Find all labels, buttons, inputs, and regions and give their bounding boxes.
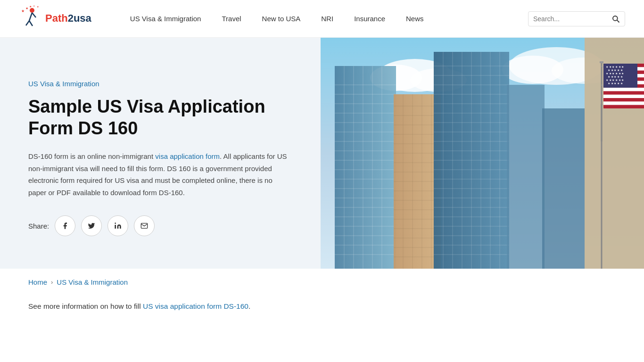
content-period: . [248, 302, 250, 310]
search-button[interactable] [611, 15, 620, 23]
svg-text:★ ★ ★ ★ ★ ★: ★ ★ ★ ★ ★ ★ [606, 66, 624, 68]
email-icon [140, 222, 148, 230]
hero-category: US Visa & Immigration [28, 80, 292, 88]
svg-line-1 [29, 13, 32, 21]
hero-content: US Visa & Immigration Sample US Visa App… [0, 38, 321, 269]
svg-rect-98 [600, 61, 603, 63]
facebook-icon [61, 222, 69, 230]
logo-svg: ★ ★ ★ ★ ★ [19, 6, 42, 32]
svg-text:★ ★ ★ ★ ★ ★: ★ ★ ★ ★ ★ ★ [606, 72, 624, 75]
nav-nri[interactable]: NRI [311, 15, 344, 23]
hero-image: ★ ★ ★ ★ ★ ★ ★ ★ ★ ★ ★ ★ ★ ★ ★ ★ ★ ★ ★ ★ … [321, 38, 644, 269]
svg-rect-118 [542, 108, 585, 269]
nav-new-to-usa[interactable]: New to USA [252, 15, 311, 23]
svg-point-10 [613, 16, 618, 21]
logo-text: Path2usa [45, 13, 91, 24]
svg-text:★ ★ ★ ★ ★: ★ ★ ★ ★ ★ [608, 69, 623, 72]
search-icon [611, 15, 620, 23]
twitter-icon [88, 222, 95, 230]
breadcrumb-home-link[interactable]: Home [28, 278, 47, 286]
linkedin-share-button[interactable] [107, 215, 128, 236]
content-section: See more information on how to fill US v… [0, 296, 644, 331]
svg-point-13 [115, 222, 116, 224]
visa-application-form-link[interactable]: visa application form [155, 152, 220, 160]
svg-rect-107 [603, 95, 644, 98]
svg-text:★: ★ [25, 7, 28, 10]
svg-rect-108 [603, 101, 644, 105]
hero-image-svg: ★ ★ ★ ★ ★ ★ ★ ★ ★ ★ ★ ★ ★ ★ ★ ★ ★ ★ ★ ★ … [321, 38, 644, 269]
linkedin-icon [114, 222, 122, 230]
site-header: ★ ★ ★ ★ ★ Path2usa US Visa & Immigration… [0, 0, 644, 38]
site-logo[interactable]: ★ ★ ★ ★ ★ Path2usa [19, 6, 91, 32]
nav-insurance[interactable]: Insurance [344, 15, 396, 23]
search-input[interactable] [533, 15, 609, 23]
content-text: See more information on how to fill US v… [28, 300, 616, 313]
email-share-button[interactable] [134, 215, 155, 236]
svg-rect-106 [603, 88, 644, 91]
svg-line-4 [32, 13, 36, 17]
main-nav: US Visa & Immigration Travel New to USA … [120, 15, 528, 23]
breadcrumb-current-link[interactable]: US Visa & Immigration [57, 278, 128, 286]
search-area [528, 11, 625, 26]
hero-description: DS-160 form is an online non-immigrant v… [28, 150, 292, 198]
share-row: Share: [28, 215, 292, 236]
breadcrumb-separator: › [51, 279, 53, 286]
share-label: Share: [28, 222, 49, 230]
hero-title: Sample US Visa Application Form DS 160 [28, 96, 292, 139]
nav-travel[interactable]: Travel [211, 15, 251, 23]
nav-news[interactable]: News [396, 15, 434, 23]
svg-text:★ ★ ★ ★ ★ ★: ★ ★ ★ ★ ★ ★ [606, 79, 624, 82]
svg-line-2 [26, 21, 29, 25]
svg-line-11 [617, 20, 619, 22]
svg-text:★: ★ [21, 9, 25, 13]
svg-text:★: ★ [29, 6, 32, 8]
facebook-share-button[interactable] [55, 215, 75, 236]
svg-text:★: ★ [33, 6, 35, 7]
breadcrumb: Home › US Visa & Immigration [0, 269, 644, 296]
svg-rect-117 [507, 85, 545, 269]
svg-text:★ ★ ★ ★ ★: ★ ★ ★ ★ ★ [608, 82, 623, 85]
svg-point-0 [30, 8, 34, 13]
svg-line-3 [29, 21, 33, 26]
nav-us-visa[interactable]: US Visa & Immigration [120, 15, 212, 23]
ds160-form-link[interactable]: US visa application form DS-160 [143, 302, 248, 310]
hero-desc-text1: DS-160 form is an online non-immigrant [28, 152, 155, 160]
svg-text:★: ★ [37, 6, 39, 8]
svg-text:★ ★ ★ ★ ★: ★ ★ ★ ★ ★ [608, 75, 623, 78]
hero-section: US Visa & Immigration Sample US Visa App… [0, 38, 644, 269]
content-see-more: See more information on how to fill [28, 302, 143, 310]
svg-rect-21 [335, 66, 396, 269]
svg-rect-12 [115, 225, 116, 229]
twitter-share-button[interactable] [81, 215, 102, 236]
